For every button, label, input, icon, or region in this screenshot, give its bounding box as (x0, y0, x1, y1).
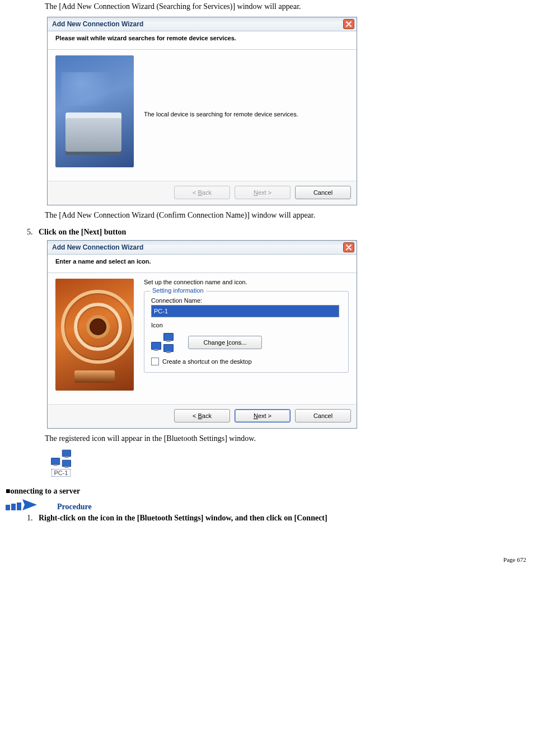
page-footer: Page 672 (45, 556, 526, 563)
change-icons-button[interactable]: Change Icons... (188, 336, 262, 349)
intro-text-1: The [Add New Connection Wizard (Searchin… (45, 2, 526, 11)
group-legend: Setting information (150, 287, 206, 294)
searching-status-text: The local device is searching for remote… (144, 111, 298, 118)
procedure-arrow-icon (6, 499, 37, 511)
wizard-confirm-name-dialog: Add New Connection Wizard Enter a name a… (47, 240, 357, 429)
procedure-label: Procedure (57, 503, 92, 511)
cancel-button[interactable]: Cancel (295, 409, 351, 422)
step-connect-text: Right-click on the icon in the [Bluetoot… (39, 514, 327, 522)
step5-number: 5. (27, 228, 33, 236)
svg-rect-0 (6, 505, 10, 510)
network-icon (151, 333, 174, 352)
wizard-header: Enter a name and select an icon. (48, 255, 357, 273)
connection-name-label: Connection Name: (151, 297, 341, 304)
create-shortcut-checkbox[interactable]: Create a shortcut on the desktop (151, 358, 341, 365)
lead-text: Set up the connection name and icon. (144, 279, 349, 285)
back-button-label: < Back (193, 189, 212, 196)
close-icon (346, 245, 352, 250)
connection-name-input[interactable] (151, 305, 339, 317)
cancel-button-label: Cancel (313, 189, 332, 196)
close-button[interactable] (343, 19, 354, 29)
next-button[interactable]: Next > (235, 409, 291, 422)
wizard-button-bar: < Back Next > Cancel (48, 181, 357, 205)
after-dialog2-text: The registered icon will appear in the [… (45, 434, 526, 443)
create-shortcut-label: Create a shortcut on the desktop (162, 358, 252, 365)
next-button-label: Next > (254, 412, 271, 419)
registered-bt-icon: PC-1 (47, 449, 75, 477)
back-button[interactable]: < Back (174, 409, 230, 422)
setting-information-group: Setting information Connection Name: Ico… (144, 291, 349, 373)
network-icon (51, 450, 71, 467)
cancel-button-label: Cancel (313, 412, 332, 419)
connecting-to-server-heading: ■onnecting to a server (6, 487, 526, 496)
wizard-button-bar: < Back Next > Cancel (48, 404, 357, 428)
registered-bt-icon-label: PC-1 (51, 469, 70, 477)
svg-rect-2 (17, 503, 21, 510)
intro-text-2: The [Add New Connection Wizard (Confirm … (45, 211, 526, 220)
cancel-button[interactable]: Cancel (295, 186, 351, 199)
back-button-label: < Back (193, 412, 212, 419)
checkbox-icon (151, 358, 159, 365)
next-button: Next > (235, 186, 291, 199)
change-icons-label: Change Icons... (203, 339, 246, 346)
svg-rect-1 (11, 504, 16, 510)
close-button[interactable] (343, 242, 354, 252)
wizard-side-image (55, 279, 134, 391)
wizard-side-image (55, 55, 134, 167)
wizard-searching-dialog: Add New Connection Wizard Please wait wh… (47, 17, 357, 205)
icon-label: Icon (151, 322, 341, 328)
titlebar: Add New Connection Wizard (48, 241, 357, 255)
step-connect-number: 1. (27, 514, 33, 522)
titlebar-text: Add New Connection Wizard (52, 20, 143, 28)
back-button: < Back (174, 186, 230, 199)
step5-text: Click on the [Next] button (39, 228, 126, 236)
wizard-header: Please wait while wizard searches for re… (48, 31, 357, 50)
next-button-label: Next > (254, 189, 271, 196)
titlebar-text: Add New Connection Wizard (52, 243, 143, 251)
titlebar: Add New Connection Wizard (48, 17, 357, 31)
close-icon (346, 21, 352, 27)
svg-marker-3 (22, 499, 37, 510)
